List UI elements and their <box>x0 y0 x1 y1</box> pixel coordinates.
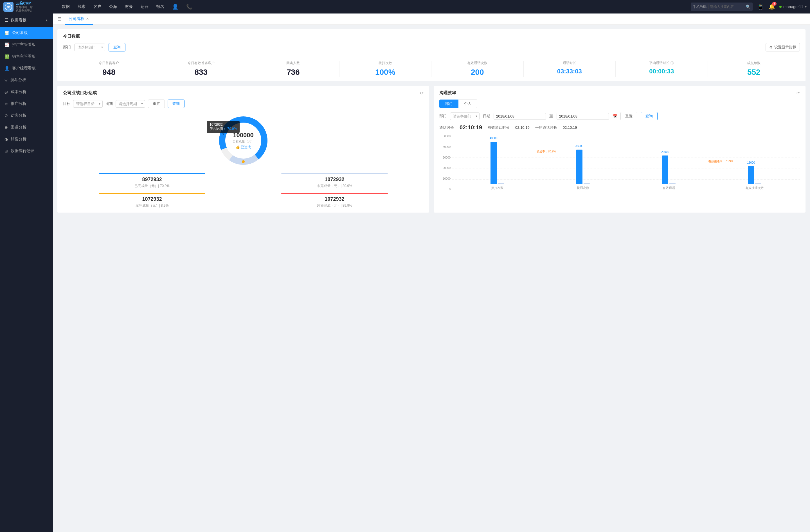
bar-dial-blue[interactable]: 43000 <box>490 142 497 184</box>
sidebar-item-promotion[interactable]: ⊛ 推广分析 <box>0 98 53 110</box>
goal-stat-completed: 8972932 已完成量（元）| 70.9% <box>63 173 241 188</box>
goal-refresh-icon[interactable]: ⟳ <box>420 91 424 95</box>
bar-group-connected: 接通率：70.9% 35000 接通次数 <box>540 135 626 190</box>
sidebar-item-label: 公司看板 <box>12 30 28 35</box>
nav-item-sea[interactable]: 公海 <box>109 4 117 9</box>
nav-right: 手机号码 🔍 📱 🔔 5 manager11 ▾ <box>691 2 807 11</box>
tab-menu-icon[interactable]: ☰ <box>58 16 61 22</box>
date-from-input[interactable] <box>493 113 546 120</box>
sidebar-item-sales-analysis[interactable]: ◑ 销售分析 <box>0 133 53 145</box>
today-filter-row: 部门 请选择部门 查询 ⚙ 设置显示指标 <box>63 43 800 51</box>
date-to-input[interactable] <box>556 113 609 120</box>
sidebar-item-icon: ⊞ <box>4 149 8 153</box>
comm-reset-button[interactable]: 重置 <box>620 112 637 120</box>
bar-effective-blue[interactable]: 29000 <box>662 155 668 184</box>
sidebar-item-label: 推广分析 <box>11 101 27 106</box>
bar-effective-connected-blue[interactable]: 18000 <box>748 166 754 184</box>
calendar-icon[interactable]: 📅 <box>612 114 617 118</box>
effective-duration-value: 02:10:19 <box>515 126 530 130</box>
avg-duration-value: 02:10:19 <box>563 126 577 130</box>
sidebar-item-customer-board[interactable]: 👤 客户经理看板 <box>0 63 53 74</box>
sidebar-item-visitor[interactable]: ⊙ 访客分析 <box>0 110 53 121</box>
sidebar-item-icon: 👤 <box>4 66 9 70</box>
y-label-30000: 30000 <box>443 156 451 159</box>
y-label-10000: 10000 <box>443 177 451 180</box>
person-icon[interactable]: 👤 <box>172 4 178 10</box>
sidebar-item-promoter-board[interactable]: 📈 推广主管看板 <box>0 39 53 51</box>
user-dropdown-icon[interactable]: ▾ <box>805 5 807 9</box>
donut-tooltip: 1072932 所占比例： 70.9% <box>207 121 240 133</box>
nav-item-operations[interactable]: 运营 <box>141 4 148 9</box>
phone-icon[interactable]: 📞 <box>186 4 192 10</box>
sidebar-item-channel[interactable]: ⊕ 渠道分析 <box>0 121 53 133</box>
sidebar-item-funnel[interactable]: ▽ 漏斗分析 <box>0 74 53 86</box>
target-select[interactable]: 请选择目标 <box>73 100 103 108</box>
today-data-title: 今日数据 <box>63 34 800 39</box>
help-icon: ⓘ <box>670 61 674 66</box>
stat-label: 成交单数 <box>711 61 797 66</box>
bar-chart: 50000 40000 30000 20000 10000 0 <box>439 135 800 197</box>
search-type-selector[interactable]: 手机号码 <box>693 4 707 9</box>
sidebar-menu-icon[interactable]: ☰ <box>4 17 9 23</box>
comm-tab-personal[interactable]: 个人 <box>458 100 477 108</box>
notification-icon[interactable]: 🔔 5 <box>769 4 775 10</box>
sidebar-item-label: 访客分析 <box>11 113 27 118</box>
period-select[interactable]: 请选择周期 <box>116 100 145 108</box>
dept-filter-label: 部门 <box>63 45 71 50</box>
goal-query-button[interactable]: 查询 <box>168 100 184 108</box>
stat-revisit: 回访人数 736 <box>247 61 339 77</box>
bar-group-label-effective-connected: 有效接通次数 <box>745 185 764 190</box>
comm-refresh-icon[interactable]: ⟳ <box>796 91 800 95</box>
goal-stat-value: 1072932 <box>245 177 424 182</box>
goal-stat-desc: 超额完成（元）| 89.9% <box>245 203 424 208</box>
search-icon[interactable]: 🔍 <box>746 4 750 9</box>
today-query-button[interactable]: 查询 <box>109 43 126 51</box>
sidebar: ☰ 数据看板 ▲ 📊 公司看板 📈 推广主管看板 💹 销售主管看板 👤 客户经理… <box>0 14 53 532</box>
tablet-icon[interactable]: 📱 <box>757 3 764 10</box>
dept-select[interactable]: 请选择部门 <box>74 44 105 51</box>
stat-value: 948 <box>66 68 152 77</box>
stat-first-consult: 今日首咨客户 948 <box>63 61 155 77</box>
bar-connected-blue[interactable]: 35000 <box>576 150 582 184</box>
nav-items: 数据 线索 客户 公海 财务 运营 报名 👤 📞 <box>56 4 691 10</box>
sidebar-item-label: 漏斗分析 <box>11 78 26 83</box>
comm-dept-select[interactable]: 请选择部门 <box>450 113 480 120</box>
sidebar-item-icon: ⊕ <box>4 125 8 130</box>
sidebar-item-data-flow[interactable]: ⊞ 数据流转记录 <box>0 145 53 157</box>
goal-stat-value: 8972932 <box>63 177 241 182</box>
stat-label: 平均通话时长 ⓘ <box>618 61 705 66</box>
comm-query-button[interactable]: 查询 <box>641 112 658 120</box>
stat-value: 03:33:03 <box>526 68 613 75</box>
nav-item-data[interactable]: 数据 <box>62 4 70 9</box>
bar-effective-light[interactable] <box>669 183 676 184</box>
bar-effective-connected-light[interactable] <box>755 183 761 184</box>
sidebar-item-icon: ▽ <box>4 78 7 82</box>
nav-item-signup[interactable]: 报名 <box>156 4 164 9</box>
tab-close-icon[interactable]: ✕ <box>86 17 89 21</box>
bar-group-label-connected: 接通次数 <box>577 185 589 190</box>
nav-item-customers[interactable]: 客户 <box>93 4 101 9</box>
comm-tab-dept[interactable]: 部门 <box>439 100 458 108</box>
should-complete-bar <box>99 193 206 194</box>
search-input[interactable] <box>710 5 744 9</box>
tab-company-board[interactable]: 公司看板 ✕ <box>65 14 93 25</box>
comm-filters: 部门 请选择部门 日期 至 📅 重置 查询 <box>439 112 800 120</box>
bar-group-dial: 43000 拨打次数 <box>454 135 540 190</box>
sidebar-item-cost[interactable]: ◎ 成本分析 <box>0 86 53 98</box>
goal-stat-desc: 已完成量（元）| 70.9% <box>63 184 241 188</box>
sidebar-header: ☰ 数据看板 ▲ <box>0 14 53 27</box>
sidebar-collapse-icon[interactable]: ▲ <box>45 18 48 22</box>
bar-dial-light[interactable] <box>498 183 504 184</box>
sidebar-item-company-board[interactable]: 📊 公司看板 <box>0 27 53 39</box>
completed-bar <box>99 173 206 174</box>
sidebar-item-sales-board[interactable]: 💹 销售主管看板 <box>0 51 53 63</box>
bar-connected-light[interactable] <box>584 183 590 184</box>
period-label: 周期 <box>106 101 113 106</box>
goal-reset-button[interactable]: 重置 <box>148 100 165 108</box>
nav-item-leads[interactable]: 线索 <box>78 4 85 9</box>
stat-value: 833 <box>158 68 244 77</box>
user-info[interactable]: manager11 ▾ <box>779 4 807 9</box>
settings-display-button[interactable]: ⚙ 设置显示指标 <box>765 43 800 51</box>
donut-wrapper: 1072932 所占比例： 70.9% <box>215 113 271 169</box>
nav-item-finance[interactable]: 财务 <box>125 4 133 9</box>
